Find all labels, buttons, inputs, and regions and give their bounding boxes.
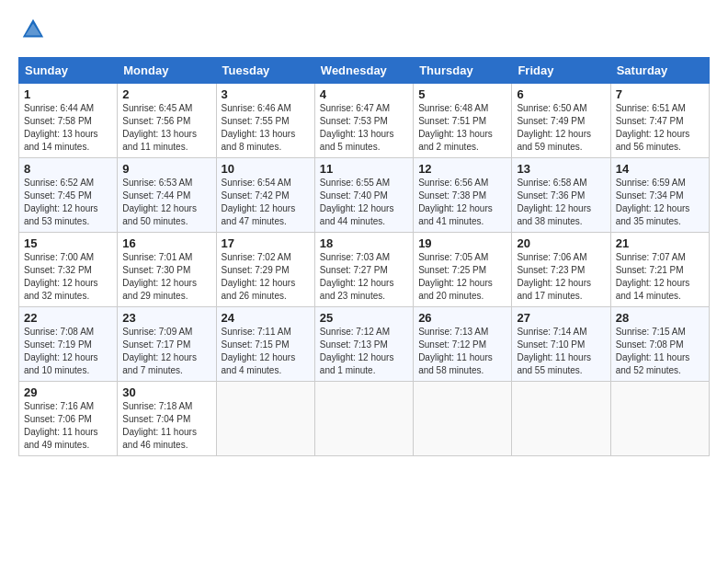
day-number: 13 — [517, 162, 605, 176]
calendar-cell: 22Sunrise: 7:08 AM Sunset: 7:19 PM Dayli… — [19, 307, 118, 382]
day-info: Sunrise: 6:55 AM Sunset: 7:40 PM Dayligh… — [320, 177, 408, 228]
week-row-2: 8Sunrise: 6:52 AM Sunset: 7:45 PM Daylig… — [19, 158, 710, 233]
day-info: Sunrise: 6:54 AM Sunset: 7:42 PM Dayligh… — [222, 177, 310, 228]
day-number: 15 — [24, 236, 112, 250]
day-number: 5 — [418, 87, 506, 101]
calendar-cell: 1Sunrise: 6:44 AM Sunset: 7:58 PM Daylig… — [19, 84, 118, 158]
day-info: Sunrise: 7:00 AM Sunset: 7:32 PM Dayligh… — [24, 251, 112, 303]
day-header-sunday: Sunday — [19, 58, 118, 84]
day-number: 17 — [222, 236, 310, 250]
calendar-cell — [414, 382, 512, 456]
day-number: 21 — [616, 236, 704, 250]
day-info: Sunrise: 7:12 AM Sunset: 7:13 PM Dayligh… — [320, 326, 408, 377]
day-number: 12 — [418, 162, 506, 176]
day-info: Sunrise: 6:51 AM Sunset: 7:47 PM Dayligh… — [616, 102, 704, 154]
day-number: 19 — [418, 236, 506, 250]
calendar-cell: 12Sunrise: 6:56 AM Sunset: 7:38 PM Dayli… — [414, 158, 512, 233]
day-info: Sunrise: 6:48 AM Sunset: 7:51 PM Dayligh… — [418, 102, 506, 154]
calendar-cell: 17Sunrise: 7:02 AM Sunset: 7:29 PM Dayli… — [216, 233, 314, 307]
calendar-cell: 18Sunrise: 7:03 AM Sunset: 7:27 PM Dayli… — [314, 233, 413, 307]
calendar-cell — [314, 382, 413, 456]
logo-icon — [20, 17, 46, 42]
calendar-cell: 11Sunrise: 6:55 AM Sunset: 7:40 PM Dayli… — [314, 158, 413, 233]
day-number: 1 — [24, 87, 112, 101]
calendar-cell: 15Sunrise: 7:00 AM Sunset: 7:32 PM Dayli… — [19, 233, 118, 307]
day-info: Sunrise: 6:53 AM Sunset: 7:44 PM Dayligh… — [122, 177, 210, 228]
header-row: SundayMondayTuesdayWednesdayThursdayFrid… — [19, 58, 710, 84]
day-number: 7 — [616, 87, 704, 101]
week-row-1: 1Sunrise: 6:44 AM Sunset: 7:58 PM Daylig… — [19, 84, 710, 158]
day-info: Sunrise: 6:56 AM Sunset: 7:38 PM Dayligh… — [418, 177, 506, 228]
day-number: 28 — [616, 311, 704, 325]
calendar-cell: 26Sunrise: 7:13 AM Sunset: 7:12 PM Dayli… — [414, 307, 512, 382]
calendar-cell: 9Sunrise: 6:53 AM Sunset: 7:44 PM Daylig… — [118, 158, 216, 233]
day-number: 26 — [418, 311, 506, 325]
day-info: Sunrise: 6:45 AM Sunset: 7:56 PM Dayligh… — [122, 102, 210, 154]
calendar-cell — [610, 382, 709, 456]
day-number: 6 — [517, 87, 605, 101]
week-row-3: 15Sunrise: 7:00 AM Sunset: 7:32 PM Dayli… — [19, 233, 710, 307]
day-header-thursday: Thursday — [414, 58, 512, 84]
day-info: Sunrise: 6:44 AM Sunset: 7:58 PM Dayligh… — [24, 102, 112, 154]
calendar-cell — [216, 382, 314, 456]
calendar-cell: 30Sunrise: 7:18 AM Sunset: 7:04 PM Dayli… — [118, 382, 216, 456]
day-header-saturday: Saturday — [610, 58, 709, 84]
calendar-cell: 14Sunrise: 6:59 AM Sunset: 7:34 PM Dayli… — [610, 158, 709, 233]
calendar-cell: 10Sunrise: 6:54 AM Sunset: 7:42 PM Dayli… — [216, 158, 314, 233]
day-number: 24 — [222, 311, 310, 325]
calendar-cell: 2Sunrise: 6:45 AM Sunset: 7:56 PM Daylig… — [118, 84, 216, 158]
day-info: Sunrise: 6:59 AM Sunset: 7:34 PM Dayligh… — [616, 177, 704, 228]
day-info: Sunrise: 7:15 AM Sunset: 7:08 PM Dayligh… — [616, 326, 704, 377]
day-number: 30 — [122, 385, 210, 399]
day-number: 18 — [320, 236, 408, 250]
day-info: Sunrise: 7:02 AM Sunset: 7:29 PM Dayligh… — [222, 251, 310, 303]
day-info: Sunrise: 7:11 AM Sunset: 7:15 PM Dayligh… — [222, 326, 310, 377]
week-row-5: 29Sunrise: 7:16 AM Sunset: 7:06 PM Dayli… — [19, 382, 710, 456]
day-number: 11 — [320, 162, 408, 176]
week-row-4: 22Sunrise: 7:08 AM Sunset: 7:19 PM Dayli… — [19, 307, 710, 382]
day-number: 2 — [122, 87, 210, 101]
day-number: 8 — [24, 162, 112, 176]
day-number: 27 — [517, 311, 605, 325]
calendar-cell — [512, 382, 610, 456]
day-number: 29 — [24, 385, 112, 399]
calendar-cell: 29Sunrise: 7:16 AM Sunset: 7:06 PM Dayli… — [19, 382, 118, 456]
day-number: 10 — [222, 162, 310, 176]
calendar-cell: 25Sunrise: 7:12 AM Sunset: 7:13 PM Dayli… — [314, 307, 413, 382]
day-number: 3 — [222, 87, 310, 101]
day-info: Sunrise: 7:05 AM Sunset: 7:25 PM Dayligh… — [418, 251, 506, 303]
day-info: Sunrise: 7:07 AM Sunset: 7:21 PM Dayligh… — [616, 251, 704, 303]
day-info: Sunrise: 7:09 AM Sunset: 7:17 PM Dayligh… — [122, 326, 210, 377]
calendar-cell: 16Sunrise: 7:01 AM Sunset: 7:30 PM Dayli… — [118, 233, 216, 307]
calendar-cell: 13Sunrise: 6:58 AM Sunset: 7:36 PM Dayli… — [512, 158, 610, 233]
day-info: Sunrise: 7:18 AM Sunset: 7:04 PM Dayligh… — [122, 400, 210, 452]
day-header-wednesday: Wednesday — [314, 58, 413, 84]
page: SundayMondayTuesdayWednesdayThursdayFrid… — [0, 0, 728, 465]
header — [18, 17, 710, 46]
calendar-cell: 28Sunrise: 7:15 AM Sunset: 7:08 PM Dayli… — [610, 307, 709, 382]
calendar-cell: 20Sunrise: 7:06 AM Sunset: 7:23 PM Dayli… — [512, 233, 610, 307]
day-number: 23 — [122, 311, 210, 325]
day-info: Sunrise: 7:06 AM Sunset: 7:23 PM Dayligh… — [517, 251, 605, 303]
day-number: 9 — [122, 162, 210, 176]
calendar-cell: 4Sunrise: 6:47 AM Sunset: 7:53 PM Daylig… — [314, 84, 413, 158]
day-info: Sunrise: 6:46 AM Sunset: 7:55 PM Dayligh… — [222, 102, 310, 154]
calendar-cell: 8Sunrise: 6:52 AM Sunset: 7:45 PM Daylig… — [19, 158, 118, 233]
day-number: 4 — [320, 87, 408, 101]
day-info: Sunrise: 6:52 AM Sunset: 7:45 PM Dayligh… — [24, 177, 112, 228]
calendar-cell: 24Sunrise: 7:11 AM Sunset: 7:15 PM Dayli… — [216, 307, 314, 382]
day-info: Sunrise: 7:08 AM Sunset: 7:19 PM Dayligh… — [24, 326, 112, 377]
day-info: Sunrise: 6:50 AM Sunset: 7:49 PM Dayligh… — [517, 102, 605, 154]
logo — [18, 17, 46, 46]
day-info: Sunrise: 7:13 AM Sunset: 7:12 PM Dayligh… — [418, 326, 506, 377]
calendar-cell: 23Sunrise: 7:09 AM Sunset: 7:17 PM Dayli… — [118, 307, 216, 382]
day-number: 20 — [517, 236, 605, 250]
day-info: Sunrise: 7:01 AM Sunset: 7:30 PM Dayligh… — [122, 251, 210, 303]
day-number: 14 — [616, 162, 704, 176]
day-number: 25 — [320, 311, 408, 325]
day-info: Sunrise: 7:14 AM Sunset: 7:10 PM Dayligh… — [517, 326, 605, 377]
calendar-cell: 21Sunrise: 7:07 AM Sunset: 7:21 PM Dayli… — [610, 233, 709, 307]
day-info: Sunrise: 7:16 AM Sunset: 7:06 PM Dayligh… — [24, 400, 112, 452]
calendar: SundayMondayTuesdayWednesdayThursdayFrid… — [18, 57, 710, 456]
calendar-cell: 6Sunrise: 6:50 AM Sunset: 7:49 PM Daylig… — [512, 84, 610, 158]
